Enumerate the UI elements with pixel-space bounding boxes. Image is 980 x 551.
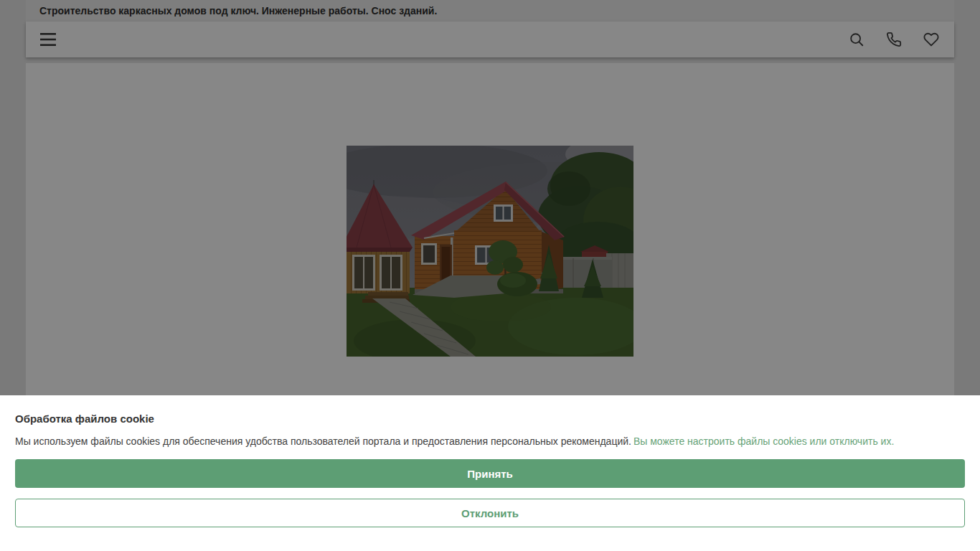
cookie-banner-title: Обработка файлов cookie bbox=[15, 413, 965, 425]
cookie-message-text: Мы используем файлы cookies для обеспече… bbox=[15, 435, 631, 447]
decline-cookies-button[interactable]: Отклонить bbox=[15, 499, 965, 527]
cookie-banner: Обработка файлов cookie Мы используем фа… bbox=[0, 395, 980, 551]
accept-cookies-button[interactable]: Принять bbox=[15, 459, 965, 488]
cookie-settings-link[interactable]: Вы можете настроить файлы cookies или от… bbox=[633, 435, 894, 447]
cookie-banner-message: Мы используем файлы cookies для обеспече… bbox=[15, 435, 965, 447]
